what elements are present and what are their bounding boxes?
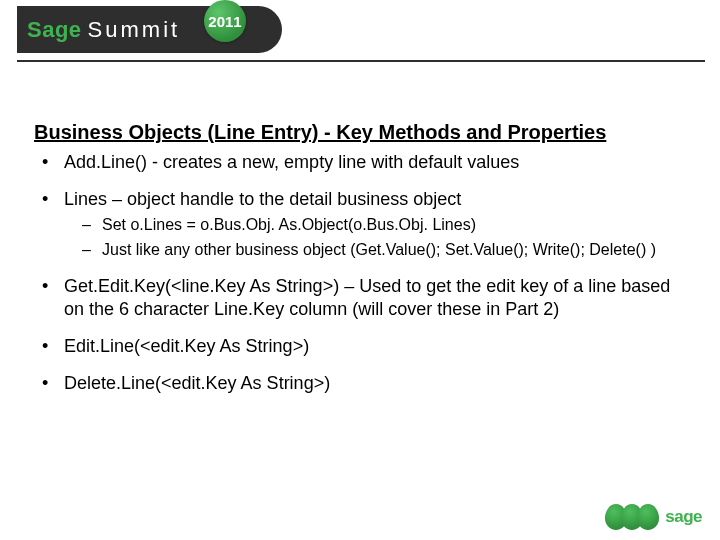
list-item: Get.Edit.Key(<line.Key As String>) – Use… <box>34 275 682 321</box>
bullet-text: Edit.Line(<edit.Key As String>) <box>64 336 309 356</box>
list-item: Set o.Lines = o.Bus.Obj. As.Object(o.Bus… <box>82 215 682 236</box>
list-item: Add.Line() - creates a new, empty line w… <box>34 151 682 174</box>
list-item: Just like any other business object (Get… <box>82 240 682 261</box>
year-text: 2011 <box>208 13 241 30</box>
footer-brand-text: sage <box>665 507 702 527</box>
slide-header: Sage Summit 2011 <box>0 0 720 80</box>
slide-content: Business Objects (Line Entry) - Key Meth… <box>34 120 682 409</box>
sub-bullet-text: Set o.Lines = o.Bus.Obj. As.Object(o.Bus… <box>102 216 476 233</box>
header-divider <box>17 60 705 62</box>
bullet-text: Get.Edit.Key(<line.Key As String>) – Use… <box>64 276 670 319</box>
slide-title: Business Objects (Line Entry) - Key Meth… <box>34 120 682 145</box>
brand-summit-text: Summit <box>88 17 181 43</box>
list-item: Edit.Line(<edit.Key As String>) <box>34 335 682 358</box>
bullet-list: Add.Line() - creates a new, empty line w… <box>34 151 682 395</box>
sub-bullet-text: Just like any other business object (Get… <box>102 241 656 258</box>
sub-bullet-list: Set o.Lines = o.Bus.Obj. As.Object(o.Bus… <box>82 215 682 261</box>
bullet-text: Lines – object handle to the detail busi… <box>64 189 461 209</box>
bullet-text: Add.Line() - creates a new, empty line w… <box>64 152 519 172</box>
bullet-text: Delete.Line(<edit.Key As String>) <box>64 373 330 393</box>
year-badge-icon: 2011 <box>204 0 246 42</box>
brand-sage-text: Sage <box>27 17 82 43</box>
list-item: Delete.Line(<edit.Key As String>) <box>34 372 682 395</box>
logo-blob-icon <box>637 504 659 530</box>
list-item: Lines – object handle to the detail busi… <box>34 188 682 261</box>
footer-logo: sage <box>605 504 702 530</box>
